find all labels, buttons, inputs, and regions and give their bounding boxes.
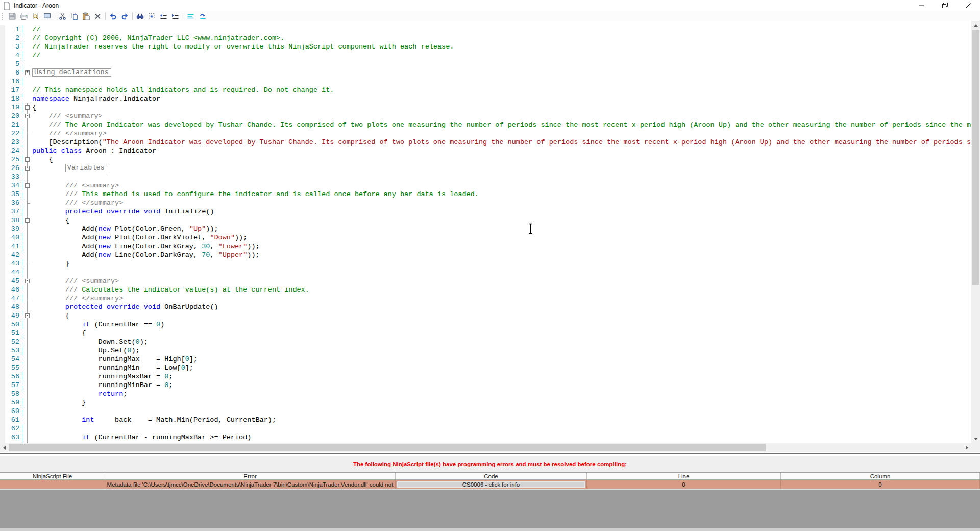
code-text: if (CurrentBar - runningMaxBar >= Period… (31, 433, 251, 442)
fold-margin (23, 120, 31, 129)
delete-button[interactable] (92, 12, 104, 21)
line-number: 4 (5, 51, 23, 60)
gutter-margin (0, 364, 5, 372)
code-text: namespace NinjaTrader.Indicator (31, 94, 160, 103)
error-panel: The following NinjaScript file(s) have p… (0, 456, 980, 531)
indent-button[interactable] (169, 12, 181, 21)
toolbar-separator (132, 13, 133, 20)
find-icon (136, 12, 144, 20)
code-text (31, 77, 32, 86)
code-text: // Copyright (C) 2006, NinjaTrader LLC <… (31, 34, 284, 42)
fold-margin (23, 329, 31, 337)
fold-expand-marker[interactable]: + (25, 166, 30, 171)
collapsed-region-box[interactable]: Variables (65, 164, 107, 172)
fold-collapse-marker[interactable]: - (25, 313, 30, 318)
line-number: 26 (5, 164, 23, 173)
restore-button[interactable] (933, 0, 957, 11)
line-number: 62 (5, 424, 23, 433)
fold-margin (23, 372, 31, 381)
line-number: 6 (5, 68, 23, 77)
paste-button[interactable] (80, 12, 92, 21)
code-line: 43 } (0, 259, 971, 268)
fold-collapse-marker[interactable]: - (25, 157, 30, 162)
fold-expand-marker[interactable]: + (25, 70, 30, 75)
copy-button[interactable] (68, 12, 80, 21)
fold-margin (23, 51, 31, 60)
copy-icon (70, 12, 79, 20)
print-preview-button[interactable] (30, 12, 41, 21)
code-line: 40 Add(new Plot(Color.DarkViolet, "Down"… (0, 233, 971, 242)
fold-collapse-marker[interactable]: - (25, 105, 30, 110)
redo-button[interactable] (119, 12, 131, 21)
gutter-margin (0, 242, 5, 251)
title-bar: Indicator - Aroon (0, 0, 980, 11)
close-button[interactable] (957, 0, 980, 11)
close-icon (966, 1, 971, 10)
code-line: 38- { (0, 216, 971, 225)
code-text: Up.Set(0); (31, 346, 140, 355)
code-line: 56 runningMaxBar = 0; (0, 372, 971, 381)
page-setup-button[interactable] (41, 12, 53, 21)
code-area[interactable]: 1//2// Copyright (C) 2006, NinjaTrader L… (0, 21, 971, 443)
scroll-right-arrow[interactable] (963, 443, 971, 452)
undo-button[interactable] (107, 12, 119, 21)
scroll-up-arrow[interactable] (971, 21, 980, 30)
gutter-margin (0, 320, 5, 329)
fold-collapse-marker[interactable]: - (25, 218, 30, 223)
scroll-left-arrow[interactable] (0, 443, 9, 452)
gutter-margin (0, 120, 5, 129)
vertical-scrollbar[interactable] (971, 21, 980, 443)
line-number: 43 (5, 259, 23, 268)
error-row[interactable]: Metadata file 'C:\Users\tjmcc\OneDrive\D… (0, 480, 980, 489)
fold-margin: - (23, 181, 31, 190)
horizontal-scrollbar[interactable] (0, 443, 971, 452)
comment-selection-button[interactable] (185, 12, 197, 21)
gutter-margin (0, 433, 5, 442)
line-number: 50 (5, 320, 23, 329)
redo-icon (120, 12, 129, 20)
horizontal-scroll-thumb[interactable] (9, 444, 766, 451)
collapsed-region-box[interactable]: Using declarations (32, 68, 111, 77)
fold-margin (23, 346, 31, 355)
code-line: 42 Add(new Line(Color.DarkGray, 70, "Upp… (0, 251, 971, 259)
vertical-scroll-thumb[interactable] (972, 30, 979, 285)
code-line: 22 /// </summary> (0, 129, 971, 138)
code-line: 48 protected override void OnBarUpdate() (0, 303, 971, 311)
gutter-margin (0, 60, 5, 68)
gutter-margin (0, 259, 5, 268)
gutter-margin (0, 329, 5, 337)
gutter-margin (0, 68, 5, 77)
scroll-down-arrow[interactable] (971, 435, 980, 443)
code-text: [Description("The Aroon Indicator was de… (31, 138, 971, 147)
fold-margin (23, 364, 31, 372)
outdent-button[interactable] (158, 12, 169, 21)
gutter-margin (0, 311, 5, 320)
fold-collapse-marker[interactable]: - (25, 279, 30, 283)
code-text: /// The Aroon Indicator was developed by… (31, 120, 971, 129)
minimize-button[interactable] (910, 0, 933, 11)
error-code-button[interactable]: CS0006 - click for info (397, 481, 585, 488)
line-number: 34 (5, 181, 23, 190)
column-header-column: Column (781, 473, 980, 479)
print-button[interactable] (18, 12, 30, 21)
code-line: 33 (0, 173, 971, 181)
code-text: public class Aroon : Indicator (31, 147, 156, 155)
gutter-margin (0, 294, 5, 303)
code-line: 50 if (CurrentBar == 0) (0, 320, 971, 329)
cut-icon (58, 12, 67, 20)
fold-collapse-marker[interactable]: - (25, 183, 30, 188)
cut-button[interactable] (57, 12, 68, 21)
fold-end-marker (27, 134, 30, 134)
save-button[interactable] (6, 12, 18, 21)
line-number: 1 (5, 25, 23, 34)
fold-margin (23, 173, 31, 181)
fold-margin: - (23, 112, 31, 120)
gutter-margin (0, 94, 5, 103)
uncomment-selection-button[interactable] (197, 12, 208, 21)
gutter-margin (0, 372, 5, 381)
toolbar-separator (105, 13, 106, 20)
replace-button[interactable] (146, 12, 158, 21)
code-editor[interactable]: 1//2// Copyright (C) 2006, NinjaTrader L… (0, 21, 980, 443)
find-button[interactable] (134, 12, 146, 21)
fold-collapse-marker[interactable]: - (25, 114, 30, 118)
